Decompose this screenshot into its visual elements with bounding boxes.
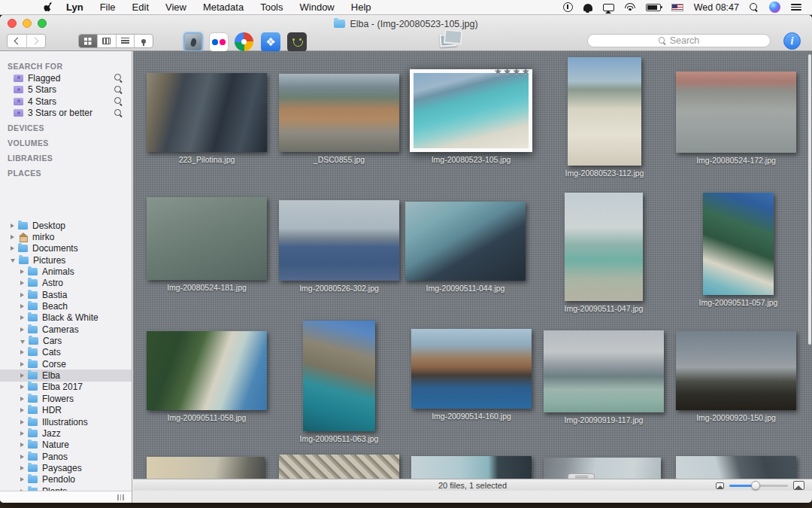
sidebar-item-corse[interactable]: Corse <box>0 358 132 370</box>
apple-menu-icon[interactable] <box>44 2 53 13</box>
sidebar-item-nature[interactable]: Nature <box>0 440 132 451</box>
photo-thumbnail[interactable]: Img-20090919-117.jpg <box>544 330 664 412</box>
photo-image[interactable] <box>568 57 641 166</box>
photo-thumbnail[interactable]: Img-20090514-160.jpg <box>411 329 532 409</box>
sidebar-item-elba[interactable]: Elba <box>0 370 132 381</box>
menu-bar-clock[interactable]: Wed 08:47 <box>694 2 739 13</box>
bell-status-icon[interactable] <box>583 4 592 11</box>
sidebar-item-plants[interactable]: Plants <box>0 485 132 491</box>
search-input[interactable]: Search <box>587 34 771 47</box>
zoom-out-image-icon[interactable] <box>716 482 724 489</box>
menu-edit[interactable]: Edit <box>124 2 157 13</box>
preview-thumbnail-button[interactable] <box>183 32 203 52</box>
photo-thumbnail-selected[interactable]: ★★★★Img-20080523-105.jpg <box>410 69 532 152</box>
smugmug-export-button[interactable] <box>287 32 307 52</box>
sidebar-item-cats[interactable]: Cats <box>0 347 132 358</box>
disclosure-triangle-icon[interactable] <box>20 431 24 436</box>
vertical-scrollbar[interactable] <box>808 54 811 345</box>
disclosure-triangle-icon[interactable] <box>20 466 24 470</box>
disclosure-triangle-icon[interactable] <box>20 408 24 412</box>
photo-image[interactable] <box>405 202 526 281</box>
photo-image[interactable] <box>303 321 375 431</box>
sidebar-item-flagged[interactable]: Flagged <box>0 72 132 84</box>
photo-thumbnail[interactable]: Img-20090511-063.jpg <box>303 321 375 431</box>
magnifier-icon[interactable] <box>114 86 123 94</box>
input-source-flag-icon[interactable] <box>671 4 683 11</box>
sidebar-item-astro[interactable]: Astro <box>0 278 132 289</box>
menu-metadata[interactable]: Metadata <box>195 2 252 13</box>
map-view-button[interactable] <box>134 35 153 47</box>
menu-app-name[interactable]: Lyn <box>58 2 92 13</box>
magnifier-icon[interactable] <box>114 109 123 117</box>
wifi-icon[interactable] <box>625 3 635 11</box>
sidebar-item-panos[interactable]: Panos <box>0 451 132 462</box>
disclosure-triangle-icon[interactable] <box>11 246 14 251</box>
grid-view-button[interactable] <box>79 35 97 47</box>
zoom-slider[interactable] <box>729 481 788 490</box>
circle-info-status-icon[interactable] <box>563 2 573 12</box>
magnifier-icon[interactable] <box>114 97 123 105</box>
photo-thumbnail[interactable]: Img-20080526-302.jpg <box>279 200 399 281</box>
photo-image[interactable] <box>279 200 399 281</box>
photo-image[interactable] <box>147 197 267 280</box>
sidebar-item-beach[interactable]: Beach <box>0 300 132 312</box>
dropbox-export-button[interactable]: ❖ <box>261 32 280 52</box>
notification-center-icon[interactable] <box>791 3 801 11</box>
photo-image[interactable] <box>676 71 796 153</box>
photo-image[interactable] <box>676 331 796 410</box>
photo-image[interactable] <box>565 193 643 301</box>
photo-image[interactable] <box>279 74 399 152</box>
menu-view[interactable]: View <box>157 2 195 13</box>
filmstrip-view-button[interactable] <box>97 35 116 47</box>
disclosure-triangle-icon[interactable] <box>11 235 14 239</box>
zoom-in-image-icon[interactable] <box>793 481 804 490</box>
photo-thumbnail[interactable]: Img-20090511-044.jpg <box>405 202 526 281</box>
disclosure-triangle-icon[interactable] <box>20 293 24 297</box>
photo-thumbnail[interactable]: Img-20090511-057.jpg <box>703 193 774 295</box>
disclosure-triangle-icon[interactable] <box>20 455 24 459</box>
photo-thumbnail[interactable]: Img-20080523-112.jpg <box>568 57 641 166</box>
sidebar-item-cars[interactable]: Cars <box>0 335 132 346</box>
photo-thumbnail[interactable]: _DSC0855.jpg <box>279 74 399 152</box>
sidebar-item-jazz[interactable]: Jazz <box>0 427 132 439</box>
sidebar-item-4-stars[interactable]: 4 Stars <box>0 96 132 108</box>
sidebar-item-3-stars-or-better[interactable]: 3 Stars or better <box>0 108 132 120</box>
sidebar-item-cameras[interactable]: Cameras <box>0 324 132 335</box>
photo-thumbnail[interactable]: Img-20090511-047.jpg <box>565 193 643 301</box>
sidebar-item-illustrations[interactable]: Illustrations <box>0 416 132 427</box>
forward-button[interactable] <box>26 35 46 47</box>
disclosure-triangle-icon[interactable] <box>20 397 24 401</box>
photo-image[interactable] <box>147 331 267 410</box>
disclosure-triangle-icon[interactable] <box>20 315 24 320</box>
disclosure-triangle-icon[interactable] <box>20 385 24 389</box>
disclosure-triangle-icon[interactable] <box>20 269 24 274</box>
photo-thumbnail[interactable]: Img-20080524-181.jpg <box>147 197 267 280</box>
disclosure-triangle-icon[interactable] <box>20 340 25 344</box>
photo-thumbnail[interactable]: Img-20090920-150.jpg <box>676 331 796 410</box>
sidebar-item-5-stars[interactable]: 5 Stars <box>0 84 132 96</box>
photo-stack-icon[interactable] <box>439 33 456 47</box>
sidebar-item-flowers[interactable]: Flowers <box>0 393 132 404</box>
photo-image[interactable] <box>410 69 532 152</box>
battery-icon[interactable] <box>646 4 661 11</box>
sidebar-resize-handle[interactable] <box>117 494 126 500</box>
photo-image[interactable] <box>411 329 532 409</box>
airplay-icon[interactable] <box>603 4 614 11</box>
sidebar-item-paysages[interactable]: Paysages <box>0 462 132 473</box>
zoom-slider-knob[interactable] <box>751 481 760 490</box>
disclosure-triangle-icon[interactable] <box>20 304 24 309</box>
menu-file[interactable]: File <box>92 2 124 13</box>
photo-thumbnail[interactable]: Img-20090511-058.jpg <box>147 331 267 410</box>
disclosure-triangle-icon[interactable] <box>20 420 24 424</box>
menu-window[interactable]: Window <box>292 2 343 13</box>
sidebar-item-bastia[interactable]: Bastia <box>0 289 132 300</box>
sidebar-item-desktop[interactable]: Desktop <box>0 220 132 231</box>
list-view-button[interactable] <box>116 35 135 47</box>
disclosure-triangle-icon[interactable] <box>20 327 24 332</box>
menu-help[interactable]: Help <box>343 2 380 13</box>
spotlight-search-icon[interactable] <box>750 3 759 12</box>
disclosure-triangle-icon[interactable] <box>20 443 24 447</box>
photo-image[interactable] <box>703 193 774 295</box>
photo-image[interactable] <box>544 330 664 412</box>
photo-image[interactable] <box>147 73 267 152</box>
